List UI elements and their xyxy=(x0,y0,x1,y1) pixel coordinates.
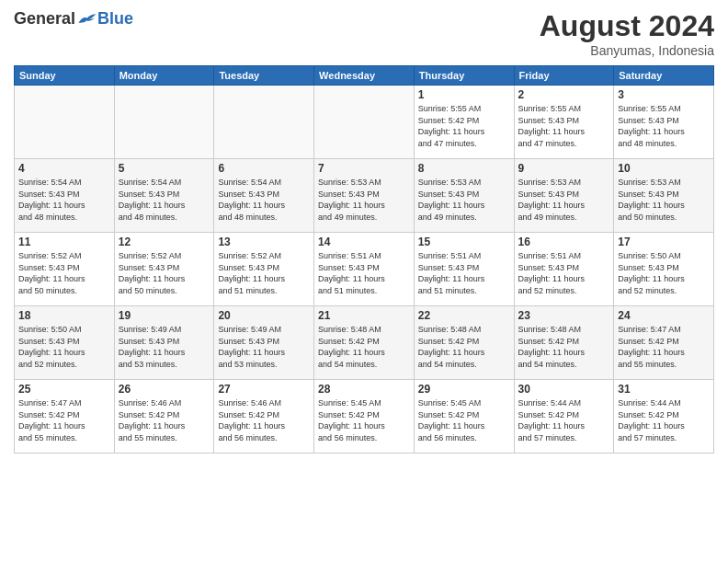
calendar-week-5: 25Sunrise: 5:47 AM Sunset: 5:42 PM Dayli… xyxy=(15,380,714,454)
calendar-cell: 20Sunrise: 5:49 AM Sunset: 5:43 PM Dayli… xyxy=(214,306,314,380)
day-number: 14 xyxy=(318,236,410,248)
calendar-cell: 4Sunrise: 5:54 AM Sunset: 5:43 PM Daylig… xyxy=(15,159,115,233)
calendar-cell: 2Sunrise: 5:55 AM Sunset: 5:43 PM Daylig… xyxy=(514,86,614,159)
weekday-header-sunday: Sunday xyxy=(15,66,115,86)
calendar-cell: 22Sunrise: 5:48 AM Sunset: 5:42 PM Dayli… xyxy=(414,306,514,380)
calendar-cell: 6Sunrise: 5:54 AM Sunset: 5:43 PM Daylig… xyxy=(214,159,314,233)
day-info: Sunrise: 5:47 AM Sunset: 5:42 PM Dayligh… xyxy=(18,397,110,443)
day-number: 23 xyxy=(518,309,610,322)
day-info: Sunrise: 5:53 AM Sunset: 5:43 PM Dayligh… xyxy=(418,177,510,223)
day-number: 17 xyxy=(618,236,710,248)
calendar-cell: 27Sunrise: 5:46 AM Sunset: 5:42 PM Dayli… xyxy=(214,380,314,454)
calendar-cell: 21Sunrise: 5:48 AM Sunset: 5:42 PM Dayli… xyxy=(314,306,415,380)
calendar-cell: 10Sunrise: 5:53 AM Sunset: 5:43 PM Dayli… xyxy=(614,159,714,233)
month-title: August 2024 xyxy=(540,9,714,43)
weekday-header-saturday: Saturday xyxy=(614,66,714,86)
calendar-cell: 8Sunrise: 5:53 AM Sunset: 5:43 PM Daylig… xyxy=(414,159,514,233)
calendar-cell xyxy=(314,86,415,159)
calendar-cell: 3Sunrise: 5:55 AM Sunset: 5:43 PM Daylig… xyxy=(614,86,714,159)
day-number: 21 xyxy=(318,309,410,322)
day-number: 11 xyxy=(18,236,110,248)
day-info: Sunrise: 5:55 AM Sunset: 5:43 PM Dayligh… xyxy=(518,103,610,149)
day-number: 25 xyxy=(18,383,110,396)
day-info: Sunrise: 5:46 AM Sunset: 5:42 PM Dayligh… xyxy=(119,397,210,443)
title-area: August 2024 Banyumas, Indonesia xyxy=(540,9,714,58)
weekday-header-thursday: Thursday xyxy=(414,66,514,86)
day-number: 4 xyxy=(18,162,110,175)
day-info: Sunrise: 5:53 AM Sunset: 5:43 PM Dayligh… xyxy=(518,177,610,223)
day-info: Sunrise: 5:50 AM Sunset: 5:43 PM Dayligh… xyxy=(18,324,110,370)
day-info: Sunrise: 5:55 AM Sunset: 5:43 PM Dayligh… xyxy=(618,103,710,149)
day-info: Sunrise: 5:48 AM Sunset: 5:42 PM Dayligh… xyxy=(518,324,610,370)
logo: General Blue xyxy=(14,9,133,29)
day-info: Sunrise: 5:44 AM Sunset: 5:42 PM Dayligh… xyxy=(518,397,610,443)
day-info: Sunrise: 5:48 AM Sunset: 5:42 PM Dayligh… xyxy=(318,324,410,370)
calendar-cell: 16Sunrise: 5:51 AM Sunset: 5:43 PM Dayli… xyxy=(514,233,614,306)
day-info: Sunrise: 5:52 AM Sunset: 5:43 PM Dayligh… xyxy=(119,250,210,296)
day-number: 29 xyxy=(418,383,510,396)
day-info: Sunrise: 5:54 AM Sunset: 5:43 PM Dayligh… xyxy=(18,177,110,223)
day-info: Sunrise: 5:49 AM Sunset: 5:43 PM Dayligh… xyxy=(119,324,210,370)
day-number: 19 xyxy=(119,309,210,322)
calendar-cell xyxy=(15,86,115,159)
calendar-cell: 1Sunrise: 5:55 AM Sunset: 5:42 PM Daylig… xyxy=(414,86,514,159)
logo-blue-text: Blue xyxy=(97,9,133,29)
day-number: 18 xyxy=(18,309,110,322)
day-info: Sunrise: 5:53 AM Sunset: 5:43 PM Dayligh… xyxy=(618,177,710,223)
calendar-week-2: 4Sunrise: 5:54 AM Sunset: 5:43 PM Daylig… xyxy=(15,159,714,233)
header: General Blue August 2024 Banyumas, Indon… xyxy=(14,9,714,58)
calendar-cell: 9Sunrise: 5:53 AM Sunset: 5:43 PM Daylig… xyxy=(514,159,614,233)
day-number: 31 xyxy=(618,383,710,396)
calendar-cell: 17Sunrise: 5:50 AM Sunset: 5:43 PM Dayli… xyxy=(614,233,714,306)
day-number: 2 xyxy=(518,88,610,101)
logo-bird-icon xyxy=(77,11,97,28)
calendar-cell: 14Sunrise: 5:51 AM Sunset: 5:43 PM Dayli… xyxy=(314,233,415,306)
day-info: Sunrise: 5:51 AM Sunset: 5:43 PM Dayligh… xyxy=(318,250,410,296)
day-info: Sunrise: 5:51 AM Sunset: 5:43 PM Dayligh… xyxy=(518,250,610,296)
day-number: 3 xyxy=(618,88,710,101)
calendar-cell: 5Sunrise: 5:54 AM Sunset: 5:43 PM Daylig… xyxy=(114,159,214,233)
day-info: Sunrise: 5:54 AM Sunset: 5:43 PM Dayligh… xyxy=(218,177,310,223)
calendar-cell: 11Sunrise: 5:52 AM Sunset: 5:43 PM Dayli… xyxy=(15,233,115,306)
calendar-cell: 29Sunrise: 5:45 AM Sunset: 5:42 PM Dayli… xyxy=(414,380,514,454)
day-info: Sunrise: 5:44 AM Sunset: 5:42 PM Dayligh… xyxy=(618,397,710,443)
calendar-cell: 25Sunrise: 5:47 AM Sunset: 5:42 PM Dayli… xyxy=(15,380,115,454)
day-number: 26 xyxy=(119,383,210,396)
day-number: 12 xyxy=(119,236,210,248)
calendar-cell: 28Sunrise: 5:45 AM Sunset: 5:42 PM Dayli… xyxy=(314,380,415,454)
location-subtitle: Banyumas, Indonesia xyxy=(540,43,714,58)
day-info: Sunrise: 5:53 AM Sunset: 5:43 PM Dayligh… xyxy=(318,177,410,223)
calendar-week-1: 1Sunrise: 5:55 AM Sunset: 5:42 PM Daylig… xyxy=(15,86,714,159)
calendar-cell: 23Sunrise: 5:48 AM Sunset: 5:42 PM Dayli… xyxy=(514,306,614,380)
day-number: 30 xyxy=(518,383,610,396)
day-number: 22 xyxy=(418,309,510,322)
day-info: Sunrise: 5:54 AM Sunset: 5:43 PM Dayligh… xyxy=(119,177,210,223)
day-number: 6 xyxy=(218,162,310,175)
weekday-header-wednesday: Wednesday xyxy=(314,66,415,86)
day-number: 27 xyxy=(218,383,310,396)
calendar-table: SundayMondayTuesdayWednesdayThursdayFrid… xyxy=(14,65,714,454)
day-number: 1 xyxy=(418,88,510,101)
day-info: Sunrise: 5:50 AM Sunset: 5:43 PM Dayligh… xyxy=(618,250,710,296)
day-info: Sunrise: 5:51 AM Sunset: 5:43 PM Dayligh… xyxy=(418,250,510,296)
calendar-cell: 15Sunrise: 5:51 AM Sunset: 5:43 PM Dayli… xyxy=(414,233,514,306)
weekday-header-tuesday: Tuesday xyxy=(214,66,314,86)
day-info: Sunrise: 5:52 AM Sunset: 5:43 PM Dayligh… xyxy=(18,250,110,296)
day-info: Sunrise: 5:52 AM Sunset: 5:43 PM Dayligh… xyxy=(218,250,310,296)
calendar-week-4: 18Sunrise: 5:50 AM Sunset: 5:43 PM Dayli… xyxy=(15,306,714,380)
day-number: 5 xyxy=(119,162,210,175)
day-number: 7 xyxy=(318,162,410,175)
day-number: 24 xyxy=(618,309,710,322)
day-info: Sunrise: 5:47 AM Sunset: 5:42 PM Dayligh… xyxy=(618,324,710,370)
day-number: 16 xyxy=(518,236,610,248)
calendar-cell xyxy=(214,86,314,159)
calendar-cell: 12Sunrise: 5:52 AM Sunset: 5:43 PM Dayli… xyxy=(114,233,214,306)
weekday-header-row: SundayMondayTuesdayWednesdayThursdayFrid… xyxy=(15,66,714,86)
weekday-header-monday: Monday xyxy=(114,66,214,86)
calendar-cell: 13Sunrise: 5:52 AM Sunset: 5:43 PM Dayli… xyxy=(214,233,314,306)
calendar-cell: 31Sunrise: 5:44 AM Sunset: 5:42 PM Dayli… xyxy=(614,380,714,454)
day-info: Sunrise: 5:46 AM Sunset: 5:42 PM Dayligh… xyxy=(218,397,310,443)
page-container: General Blue August 2024 Banyumas, Indon… xyxy=(0,0,728,563)
calendar-cell: 24Sunrise: 5:47 AM Sunset: 5:42 PM Dayli… xyxy=(614,306,714,380)
weekday-header-friday: Friday xyxy=(514,66,614,86)
